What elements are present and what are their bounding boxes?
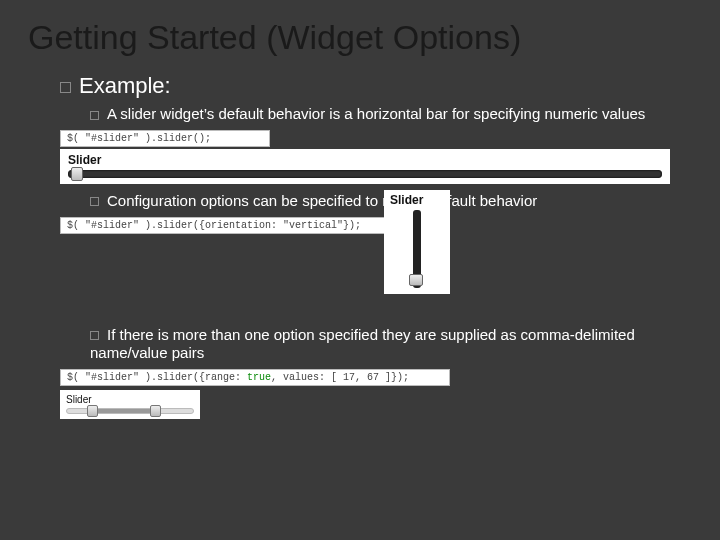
- slider-track-range[interactable]: [66, 408, 194, 414]
- code-3-pre: $( "#slider" ).slider({range:: [67, 372, 247, 383]
- bullet-2: Configuration options can be specified t…: [60, 192, 670, 211]
- bullet-1: A slider widget’s default behavior is a …: [60, 105, 670, 124]
- slider-panel-range: Slider: [60, 390, 200, 419]
- square-bullet-icon: [60, 82, 71, 93]
- slider-panel-vertical: Slider: [384, 190, 450, 294]
- code-3-keyword: true: [247, 372, 271, 383]
- content-area: Example: A slider widget’s default behav…: [0, 63, 720, 419]
- code-snippet-3: $( "#slider" ).slider({range: true, valu…: [60, 369, 450, 386]
- slider-label: Slider: [66, 394, 194, 405]
- bullet-1-text: A slider widget’s default behavior is a …: [107, 105, 645, 122]
- slider-label: Slider: [390, 193, 444, 207]
- slider-handle-high[interactable]: [150, 405, 161, 417]
- slider-panel-horizontal: Slider: [60, 149, 670, 184]
- slider-handle[interactable]: [71, 167, 83, 181]
- square-bullet-icon: [90, 331, 99, 340]
- code-3-post: , values: [ 17, 67 ]});: [271, 372, 409, 383]
- slider-handle[interactable]: [409, 274, 423, 286]
- page-title: Getting Started (Widget Options): [0, 0, 720, 63]
- square-bullet-icon: [90, 197, 99, 206]
- slider-range-fill: [90, 409, 156, 413]
- square-bullet-icon: [90, 111, 99, 120]
- slider-label: Slider: [68, 153, 662, 167]
- example-heading-text: Example:: [79, 73, 171, 98]
- bullet-2-text: Configuration options can be specified t…: [107, 192, 537, 209]
- slider-track-horizontal[interactable]: [68, 170, 662, 178]
- slider-track-vertical[interactable]: [413, 210, 421, 288]
- code-snippet-1: $( "#slider" ).slider();: [60, 130, 270, 147]
- slider-handle-low[interactable]: [87, 405, 98, 417]
- bullet-3-text: If there is more than one option specifi…: [90, 326, 635, 362]
- example-heading: Example:: [60, 73, 670, 99]
- bullet-3: If there is more than one option specifi…: [60, 326, 670, 364]
- row-config: Configuration options can be specified t…: [60, 192, 670, 326]
